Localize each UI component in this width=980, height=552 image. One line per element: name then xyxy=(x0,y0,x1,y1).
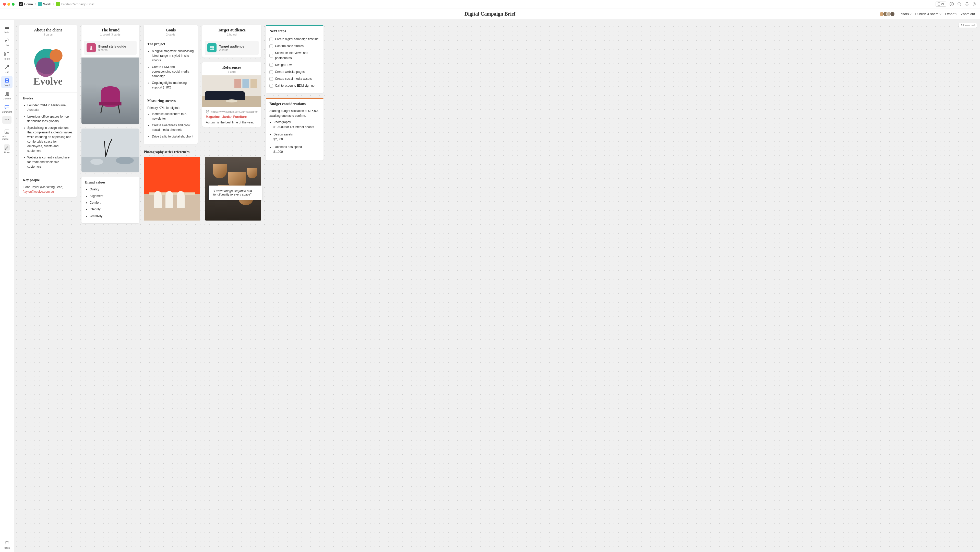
column-about-client: About the client 3 cards Evolve xyxy=(19,25,77,197)
chevron-down-icon xyxy=(955,13,957,15)
card-brand-values[interactable]: Brand values Quality Alignment Comfort I… xyxy=(81,177,139,223)
card-budget[interactable]: Budget considerations Starting budget al… xyxy=(266,97,323,161)
unsorted-chip[interactable]: 0Unsorted xyxy=(959,23,977,28)
column-goals-target: Goals 2 cards The project A digital maga… xyxy=(144,25,261,220)
svg-line-27 xyxy=(101,105,102,113)
publish-dropdown[interactable]: Publish & share xyxy=(915,12,941,16)
avatar xyxy=(890,11,895,17)
tool-trash[interactable]: Trash xyxy=(1,538,13,551)
device-preview-button[interactable]: 21 xyxy=(935,2,946,6)
contact-email-link[interactable]: ftaylor@evolve.com.au xyxy=(23,190,54,193)
card-title: Target audience xyxy=(205,28,259,32)
svg-point-37 xyxy=(212,48,213,49)
tool-column[interactable]: Column xyxy=(1,89,13,102)
search-icon[interactable] xyxy=(957,2,962,6)
svg-point-35 xyxy=(211,48,212,49)
checkbox[interactable] xyxy=(269,54,273,57)
checkbox[interactable] xyxy=(269,70,273,74)
traffic-lights xyxy=(3,3,14,6)
tool-label: To-do xyxy=(4,57,10,60)
minimize-window-icon[interactable] xyxy=(7,3,10,6)
breadcrumb-page[interactable]: Digital Campaign Brief xyxy=(56,2,94,6)
tool-note[interactable]: Note xyxy=(1,23,13,35)
tool-draw[interactable]: Draw xyxy=(1,143,13,155)
bell-icon[interactable] xyxy=(965,2,969,6)
budget-item-label: Facebook ads spend xyxy=(274,145,302,149)
checkbox[interactable] xyxy=(269,84,273,88)
list-item: Alignment xyxy=(90,194,135,198)
card-references[interactable]: References 1 card xyxy=(202,62,261,127)
collaborator-avatars[interactable] xyxy=(881,11,895,17)
svg-rect-0 xyxy=(938,3,940,6)
brand-image-chair xyxy=(81,57,139,124)
svg-point-25 xyxy=(91,46,92,48)
zoom-out-button[interactable]: Zoom out xyxy=(961,12,975,16)
card-subtitle: 1 board xyxy=(205,33,259,36)
checkbox[interactable] xyxy=(269,38,273,41)
tool-add-image[interactable]: Add image xyxy=(1,127,13,142)
tool-todo[interactable]: To-do xyxy=(1,49,13,62)
card-goals[interactable]: Goals 2 cards The project A digital maga… xyxy=(144,25,197,144)
client-name-heading: Evolve xyxy=(23,96,73,101)
todo-icon xyxy=(4,51,10,57)
board-canvas[interactable]: 0Unsorted About the client 3 cards xyxy=(14,20,980,552)
checklist-item[interactable]: Create social media assets xyxy=(269,75,320,82)
checklist-item[interactable]: Create website pages xyxy=(269,69,320,75)
gear-icon[interactable] xyxy=(972,2,977,6)
svg-point-5 xyxy=(974,3,975,5)
checkbox[interactable] xyxy=(269,77,273,81)
page-title: Digital Campaign Brief xyxy=(5,11,975,17)
reference-link[interactable]: Magazine - Jardan Furniture xyxy=(206,115,247,118)
breadcrumb-work-label: Work xyxy=(43,2,51,6)
tool-label: Link xyxy=(5,44,9,47)
tool-comment[interactable]: Comment xyxy=(1,102,13,115)
checklist-label: Design EDM xyxy=(275,62,292,67)
board-tile-style-guide[interactable]: Brand style guide 0 cards xyxy=(84,41,137,55)
card-about-client[interactable]: About the client 3 cards Evolve xyxy=(19,25,77,197)
card-subtitle: 1 board, 3 cards xyxy=(84,33,137,36)
checklist-item[interactable]: Schedule interviews and photoshotos xyxy=(269,49,320,61)
note-icon xyxy=(4,24,10,30)
kpi-intro: Primary KPIs for digital : xyxy=(147,105,194,110)
board-columns: About the client 3 cards Evolve xyxy=(19,25,975,223)
svg-line-28 xyxy=(118,105,120,113)
column-sidebar-cards: Next steps Create digital campaign timel… xyxy=(266,25,323,161)
checklist-item[interactable]: Create digital campaign timeline xyxy=(269,36,320,43)
brand-image-office xyxy=(81,129,139,172)
svg-point-31 xyxy=(91,159,103,165)
list-item: Increase subscribers to e-newsletter xyxy=(152,112,194,121)
budget-item: Design assets$2,500 xyxy=(274,132,320,142)
breadcrumb-separator: / xyxy=(35,2,36,6)
maximize-window-icon[interactable] xyxy=(12,3,14,6)
svg-rect-40 xyxy=(234,79,241,88)
checklist-item[interactable]: Design EDM xyxy=(269,62,320,69)
board-tile-subtitle: 2 cards xyxy=(219,48,244,51)
reference-caption: Autumn is the best time of the year. xyxy=(206,121,258,124)
checklist-item[interactable]: Confirm case studies xyxy=(269,43,320,49)
tool-board[interactable]: Board xyxy=(1,76,13,88)
breadcrumb-home[interactable]: M Home xyxy=(19,2,33,6)
breadcrumb-work[interactable]: Work xyxy=(38,2,51,6)
svg-rect-9 xyxy=(5,52,6,53)
checklist-item[interactable]: Call to action to EDM sign up xyxy=(269,82,320,89)
tool-more[interactable] xyxy=(2,116,11,124)
column-icon xyxy=(4,91,10,97)
tool-line[interactable]: Line xyxy=(1,62,13,75)
svg-rect-11 xyxy=(5,54,6,56)
editors-dropdown[interactable]: Editors xyxy=(899,12,912,16)
tool-link[interactable]: Link xyxy=(1,36,13,48)
checkbox[interactable] xyxy=(269,63,273,67)
unsorted-label: Unsorted xyxy=(963,24,975,27)
card-brand[interactable]: The brand 1 board, 3 cards Brand style g… xyxy=(81,25,139,124)
board-tile-target-audience[interactable]: Target audience 2 cards xyxy=(205,41,259,55)
card-target-audience[interactable]: Target audience 1 board Target audience … xyxy=(202,25,261,57)
card-subtitle: 2 cards xyxy=(146,33,195,36)
checkbox[interactable] xyxy=(269,45,273,48)
board-icon xyxy=(4,77,10,84)
help-icon[interactable]: ? xyxy=(949,2,954,6)
card-next-steps[interactable]: Next steps Create digital campaign timel… xyxy=(266,25,323,93)
export-dropdown[interactable]: Export xyxy=(945,12,958,16)
budget-item-detail: $10,000 for 4 x interior shoots xyxy=(274,125,314,129)
photography-section: Photography series references xyxy=(144,148,261,220)
close-window-icon[interactable] xyxy=(3,3,6,6)
